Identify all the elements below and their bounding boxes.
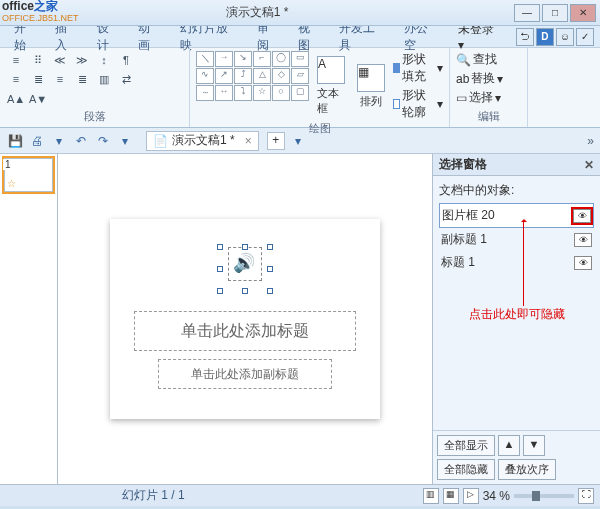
numbering-icon[interactable]: ⠿ [28, 51, 48, 69]
move-down-button[interactable]: ▼ [523, 435, 545, 456]
align-left-icon[interactable]: ≡ [6, 70, 26, 88]
show-all-button[interactable]: 全部显示 [437, 435, 495, 456]
hide-all-button[interactable]: 全部隐藏 [437, 459, 495, 480]
textbox-icon: A [317, 56, 345, 84]
save-icon[interactable]: 💾 [6, 132, 24, 150]
visibility-toggle-icon[interactable]: 👁 [574, 256, 592, 270]
slide-thumbnails: 1 ☆ [0, 154, 58, 484]
audio-object[interactable] [220, 247, 270, 291]
tab-list-icon[interactable]: ▾ [289, 132, 307, 150]
select-icon: ▭ [456, 91, 467, 105]
linespace-icon[interactable]: ↕ [94, 51, 114, 69]
tab-overflow-icon[interactable]: » [587, 134, 594, 148]
arrange-icon: ▦ [357, 64, 385, 92]
subtitle-placeholder[interactable]: 单击此处添加副标题 [158, 359, 332, 389]
shape-outline-button[interactable]: 形状轮廓▾ [393, 87, 443, 121]
status-bar: 幻灯片 1 / 1 ▥ ▦ ▷ 34 % ⛶ [0, 484, 600, 506]
print-icon[interactable]: 🖨 [28, 132, 46, 150]
annotation-arrow [523, 220, 524, 306]
main-area: 1 ☆ 单击此处添加标题 单击此处添加副标题 选择窗格 ✕ 文档中的对象: [0, 154, 600, 484]
group-edit-label: 编辑 [456, 109, 521, 124]
view-sorter-icon[interactable]: ▦ [443, 488, 459, 504]
minimize-button[interactable]: — [514, 4, 540, 22]
menu-bar: 开始 插入 设计 动画 幻灯片放映 审阅 视图 开发工具 办公空 未登录 ▾ ⮌… [0, 26, 600, 48]
thumbnail-1[interactable]: 1 ☆ [4, 158, 53, 192]
replace-icon: ab [456, 72, 469, 86]
zoom-slider[interactable] [514, 494, 574, 498]
reorder-button[interactable]: 叠放次序 [498, 459, 556, 480]
columns-icon[interactable]: ▥ [94, 70, 114, 88]
new-tab-button[interactable]: + [267, 132, 285, 150]
close-button[interactable]: ✕ [570, 4, 596, 22]
align-right-icon[interactable]: ≡ [50, 70, 70, 88]
speaker-icon [228, 247, 262, 281]
bullets-icon[interactable]: ≡ [6, 51, 26, 69]
arrange-button[interactable]: ▦排列 [353, 51, 389, 121]
slide: 单击此处添加标题 单击此处添加副标题 [110, 219, 380, 419]
ribbon: ≡⠿≪≫↕¶ ≡≣≡≣▥⇄ A▲A▼ 段落 ＼→↘⌐◯▭ ∿↗⤴△◇▱ ～↔⤵☆… [0, 48, 600, 128]
doc-tab-title: 演示文稿1 * [172, 132, 235, 149]
annotation-text: 点击此处即可隐藏 [469, 306, 565, 323]
textbox-button[interactable]: A文本框 [313, 51, 349, 121]
maximize-button[interactable]: □ [542, 4, 568, 22]
document-tab[interactable]: 📄 演示文稿1 * × [146, 131, 259, 151]
indent-inc-icon[interactable]: ≫ [72, 51, 92, 69]
para-a-icon[interactable]: ¶ [116, 51, 136, 69]
font-grow-icon[interactable]: A▲ [6, 90, 26, 108]
find-icon: 🔍 [456, 53, 471, 67]
slide-counter: 幻灯片 1 / 1 [122, 487, 185, 504]
group-paragraph-label: 段落 [6, 109, 183, 124]
select-button[interactable]: ▭选择▾ [456, 89, 521, 106]
find-button[interactable]: 🔍查找 [456, 51, 521, 68]
align-center-icon[interactable]: ≣ [28, 70, 48, 88]
watermark: office之家 OFFICE.JB51.NET [2, 0, 79, 24]
zoom-value: 34 % [483, 489, 510, 503]
panel-title: 选择窗格 [439, 156, 487, 173]
menu-extra-a-icon[interactable]: ⮌ [516, 28, 534, 46]
align-just-icon[interactable]: ≣ [72, 70, 92, 88]
qat-menu-icon[interactable]: ▾ [50, 132, 68, 150]
visibility-toggle-icon[interactable]: 👁 [574, 233, 592, 247]
shapes-gallery[interactable]: ＼→↘⌐◯▭ ∿↗⤴△◇▱ ～↔⤵☆○▢ [196, 51, 309, 121]
panel-close-icon[interactable]: ✕ [584, 158, 594, 172]
panel-label: 文档中的对象: [439, 182, 594, 199]
view-normal-icon[interactable]: ▥ [423, 488, 439, 504]
indent-dec-icon[interactable]: ≪ [50, 51, 70, 69]
paint-icon [393, 63, 400, 73]
menu-extra-c-icon[interactable]: ✓ [576, 28, 594, 46]
object-item-subtitle[interactable]: 副标题 1 👁 [439, 228, 594, 251]
menu-extra-d-icon[interactable]: D [536, 28, 554, 46]
undo-icon[interactable]: ↶ [72, 132, 90, 150]
replace-button[interactable]: ab替换▾ [456, 70, 521, 87]
shape-fill-button[interactable]: 形状填充▾ [393, 51, 443, 85]
object-item-title[interactable]: 标题 1 👁 [439, 251, 594, 274]
fit-icon[interactable]: ⛶ [578, 488, 594, 504]
redo-icon[interactable]: ↷ [94, 132, 112, 150]
slide-canvas[interactable]: 单击此处添加标题 单击此处添加副标题 [58, 154, 432, 484]
doc-icon: 📄 [153, 134, 168, 148]
doc-tab-close-icon[interactable]: × [245, 134, 252, 148]
menu-extra-b-icon[interactable]: ☺ [556, 28, 574, 46]
quick-access-toolbar: 💾 🖨 ▾ ↶ ↷ ▾ 📄 演示文稿1 * × + ▾ » [0, 128, 600, 154]
thumb-anim-icon: ☆ [7, 178, 16, 189]
visibility-toggle-icon[interactable]: 👁 [573, 209, 591, 223]
outline-icon [393, 99, 400, 109]
play-icon[interactable]: ▷ [463, 488, 479, 504]
object-item-picture[interactable]: 图片框 20 👁 [439, 203, 594, 228]
object-list: 图片框 20 👁 副标题 1 👁 标题 1 👁 [439, 203, 594, 274]
thumb-number: 1 [3, 159, 13, 170]
title-placeholder[interactable]: 单击此处添加标题 [134, 311, 356, 351]
selection-pane: 选择窗格 ✕ 文档中的对象: 图片框 20 👁 副标题 1 👁 标题 1 👁 [432, 154, 600, 484]
title-bar: office之家 OFFICE.JB51.NET 演示文稿1 * — □ ✕ [0, 0, 600, 26]
move-up-button[interactable]: ▲ [498, 435, 520, 456]
qat-more-icon[interactable]: ▾ [116, 132, 134, 150]
font-shrink-icon[interactable]: A▼ [28, 90, 48, 108]
watermark-sub: OFFICE.JB51.NET [2, 12, 79, 24]
para-b-icon[interactable]: ⇄ [116, 70, 136, 88]
